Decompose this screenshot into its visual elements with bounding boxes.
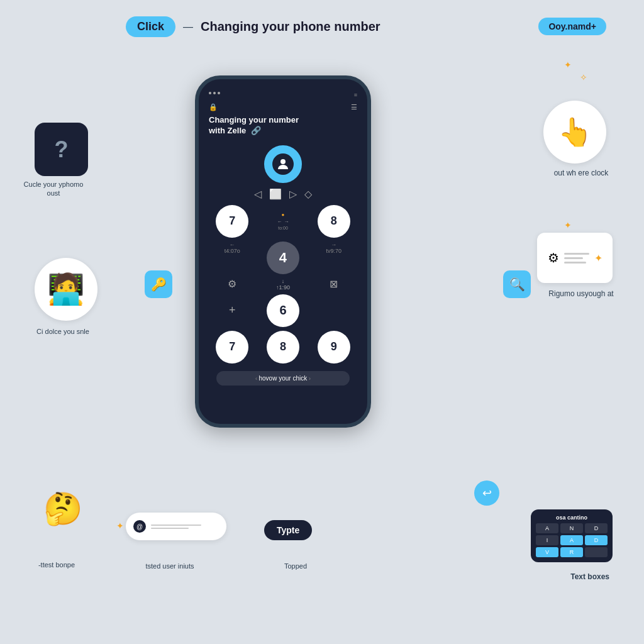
dot-3 [218, 92, 220, 94]
main-container: Click — Changing your phone number Ooy.n… [0, 0, 644, 644]
filter-cell: ⚙ [209, 278, 256, 291]
top-right-badge[interactable]: Ooy.namd+ [538, 18, 606, 35]
sparkle-icon-3: ✦ [564, 220, 572, 230]
text-cell-D[interactable]: D [585, 523, 608, 533]
input-icon: @ [133, 520, 146, 533]
nav-arrows: ◁ ⬜ ▷ ◇ [254, 188, 312, 200]
empty-cell [310, 294, 343, 327]
left-side-mid: ← t4:07o [209, 242, 256, 274]
phone-status-bar: ≡ [209, 92, 357, 98]
phone-avatar[interactable] [264, 145, 302, 183]
center-col-top: ● ← → to:00 [260, 205, 307, 238]
orange-dot: ● [282, 212, 285, 218]
main-title: Changing your phone number [201, 19, 380, 34]
input-lines [151, 525, 201, 529]
bottom-right-arr: › [309, 375, 311, 382]
link-icon: 🔗 [251, 126, 261, 135]
phone-screen: ≡ 🔒 ☰ Changing your number with Zelle 🔗 [209, 92, 357, 411]
input-line-1 [151, 525, 201, 526]
title-area: Click — Changing your phone number [126, 16, 380, 37]
left-arr-mid: ← [230, 242, 235, 248]
text-boxes-label: Text boxes [570, 572, 609, 581]
text-cell-empty [585, 547, 608, 557]
bottom-bar-text: hovow your chick [259, 375, 308, 382]
numpad: 7 ● ← → to:00 8 ← t4:07o 4 → [209, 205, 357, 364]
num-7-top[interactable]: 7 [216, 205, 248, 238]
num-9-bot[interactable]: 9 [318, 331, 350, 364]
right-arrow-icon: ▷ [289, 188, 297, 200]
diamond-icon: ◇ [304, 188, 312, 200]
phone-title: Changing your number with Zelle 🔗 [209, 115, 357, 136]
phone-mockup: ≡ 🔒 ☰ Changing your number with Zelle 🔗 [195, 75, 371, 428]
status-dots [209, 92, 220, 98]
text-cell-A[interactable]: A [536, 523, 558, 533]
tapped-label: Topped [270, 562, 321, 570]
text-cell-R[interactable]: R [560, 547, 583, 557]
hand-pointer-circle: 👆 [543, 101, 606, 164]
num-6[interactable]: 6 [267, 294, 299, 327]
settings-lines [564, 253, 589, 264]
search-icon-phone: ⊠ [330, 278, 338, 290]
input-label: tsted user iniuts [123, 562, 217, 570]
num-8-bot[interactable]: 8 [267, 331, 299, 364]
text-boxes-panel: osa cantino A N D I A D V R [531, 509, 613, 562]
question-label: Cucle your yphomo oust [19, 180, 88, 198]
label-right-mid: tv9:70 [326, 248, 341, 254]
filter-icon: ⚙ [228, 278, 236, 290]
sparkle-icon-2: ✧ [580, 72, 587, 82]
num-4-center[interactable]: 4 [267, 242, 299, 274]
label-left-mid: t4:07o [225, 248, 240, 254]
settings-line-2 [564, 257, 583, 259]
plus-cell: + [209, 294, 256, 327]
person-with-glasses-icon: 🧑‍💻 [47, 272, 85, 307]
search-icon-box[interactable]: 🔍 [503, 270, 531, 298]
circle-icon-sm: ⬜ [269, 188, 282, 200]
settings-line-3 [564, 262, 586, 264]
svg-point-17 [280, 159, 286, 164]
type-badge[interactable]: Typte [264, 520, 312, 540]
dot-1 [209, 92, 211, 94]
center-down-col: ↓ ↑1:90 [260, 278, 307, 291]
hand-pointer-icon: 👆 [558, 116, 592, 148]
key-icon-box[interactable]: 🔑 [145, 270, 172, 298]
sparkle-icon-5: ✦ [116, 521, 124, 531]
settings-gear-icon: ⚙ [548, 250, 559, 265]
input-line-2 [151, 528, 189, 529]
text-cell-I[interactable]: I [536, 535, 558, 545]
label-top: to:00 [278, 226, 288, 230]
text-box-grid: A N D I A D V R [536, 523, 608, 557]
sparkle-settings: ✦ [594, 252, 602, 264]
text-boxes-panel-title: osa cantino [536, 514, 608, 521]
label-center-bot: ↑1:90 [276, 284, 290, 291]
menu-icon: ☰ [351, 103, 357, 111]
settings-line-1 [564, 253, 589, 255]
plus-icon: + [229, 304, 236, 317]
text-cell-N[interactable]: N [560, 523, 583, 533]
right-side-mid: → tv9:70 [310, 242, 357, 274]
bottom-left-label: -ttest bonpe [19, 561, 94, 569]
phone-top-row: 🔒 ☰ [209, 103, 357, 111]
dot-2 [213, 92, 216, 94]
lock-icon: 🔒 [209, 103, 218, 111]
question-box: ? [35, 123, 88, 176]
right-nav-label: Rigumo usyough at [543, 289, 619, 298]
question-icon: ? [55, 136, 69, 163]
avatar-icon [272, 153, 294, 175]
status-right: ≡ [354, 92, 357, 98]
num-7-bot[interactable]: 7 [216, 331, 248, 364]
down-arr: ↓ [282, 278, 285, 284]
settings-card[interactable]: ⚙ ✦ [537, 233, 613, 283]
right-arr-mid: → [331, 242, 336, 248]
sparkle-icon: ✦ [564, 60, 572, 70]
refresh-icon-circle[interactable]: ↩ [474, 480, 499, 506]
num-8-top[interactable]: 8 [318, 205, 350, 238]
bottom-input-box[interactable]: @ [126, 513, 226, 540]
click-badge[interactable]: Click [126, 16, 175, 37]
text-cell-V[interactable]: V [536, 547, 558, 557]
left-arrow-icon: ◁ [254, 188, 262, 200]
text-cell-D2[interactable]: D [585, 535, 608, 545]
left-arr: ← [277, 219, 282, 225]
phone-bottom-bar: ‹ hovow your chick › [216, 371, 350, 386]
text-cell-A2[interactable]: A [560, 535, 583, 545]
right-arr: → [284, 219, 289, 225]
